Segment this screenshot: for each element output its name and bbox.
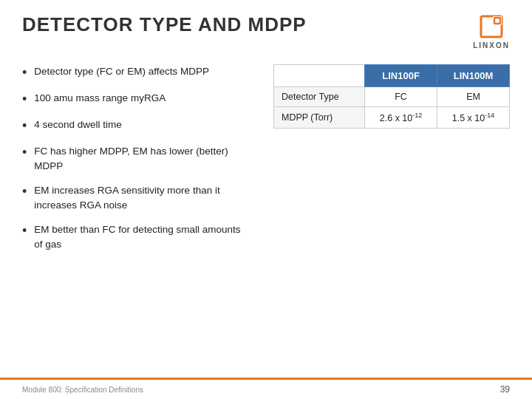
bullet-text-1: Detector type (FC or EM) affects MDPP bbox=[34, 64, 209, 79]
data-table-column: LIN100F LIN100M Detector Type FC EM MDPP… bbox=[273, 64, 510, 370]
table-header-row: LIN100F LIN100M bbox=[274, 65, 510, 87]
table-header-lin100f: LIN100F bbox=[365, 65, 437, 87]
page-title: DETECTOR TYPE AND MDPP bbox=[22, 13, 307, 36]
list-item: • FC has higher MDPP, EM has lower (bett… bbox=[22, 144, 251, 173]
logo-text: LINXON bbox=[473, 41, 510, 50]
list-item: • 4 second dwell time bbox=[22, 117, 251, 134]
bullet-text-5: EM increases RGA sensitivity more than i… bbox=[34, 183, 251, 212]
bullet-icon: • bbox=[22, 65, 27, 81]
bullet-icon: • bbox=[22, 118, 27, 134]
footer: Module 800: Specification Definitions 39 bbox=[0, 378, 532, 399]
table-cell-mdpp-fc: 2.6 x 10-12 bbox=[365, 107, 437, 129]
table-row: Detector Type FC EM bbox=[274, 87, 510, 107]
list-item: • EM better than FC for detecting small … bbox=[22, 222, 251, 251]
page: DETECTOR TYPE AND MDPP LINXON • Detector… bbox=[0, 0, 532, 399]
bullet-icon: • bbox=[22, 145, 27, 160]
bullet-icon: • bbox=[22, 92, 27, 107]
table-cell-mdpp-em: 1.5 x 10-14 bbox=[437, 107, 510, 129]
bullet-icon: • bbox=[22, 184, 27, 200]
bullet-text-4: FC has higher MDPP, EM has lower (better… bbox=[34, 144, 251, 173]
comparison-table: LIN100F LIN100M Detector Type FC EM MDPP… bbox=[273, 64, 510, 129]
bullets-column: • Detector type (FC or EM) affects MDPP … bbox=[22, 64, 251, 370]
table-cell-detector-label: Detector Type bbox=[274, 87, 365, 107]
table-header-empty bbox=[274, 65, 365, 87]
linxon-logo-icon bbox=[478, 13, 505, 40]
bullet-text-6: EM better than FC for detecting small am… bbox=[34, 222, 251, 251]
main-content: • Detector type (FC or EM) affects MDPP … bbox=[0, 57, 532, 378]
table-header-lin100m: LIN100M bbox=[437, 65, 510, 87]
table-cell-detector-em: EM bbox=[437, 87, 510, 107]
logo-area: LINXON bbox=[473, 13, 510, 50]
footer-page-number: 39 bbox=[500, 384, 510, 395]
table-cell-mdpp-label: MDPP (Torr) bbox=[274, 107, 365, 129]
header: DETECTOR TYPE AND MDPP LINXON bbox=[0, 0, 532, 57]
list-item: • Detector type (FC or EM) affects MDPP bbox=[22, 64, 251, 81]
bullet-text-2: 100 amu mass range myRGA bbox=[34, 91, 166, 106]
table-cell-detector-fc: FC bbox=[365, 87, 437, 107]
footer-module-text: Module 800: Specification Definitions bbox=[22, 386, 143, 394]
list-item: • 100 amu mass range myRGA bbox=[22, 91, 251, 107]
list-item: • EM increases RGA sensitivity more than… bbox=[22, 183, 251, 212]
bullet-text-3: 4 second dwell time bbox=[34, 117, 122, 132]
bullet-icon: • bbox=[22, 223, 27, 239]
table-row: MDPP (Torr) 2.6 x 10-12 1.5 x 10-14 bbox=[274, 107, 510, 129]
